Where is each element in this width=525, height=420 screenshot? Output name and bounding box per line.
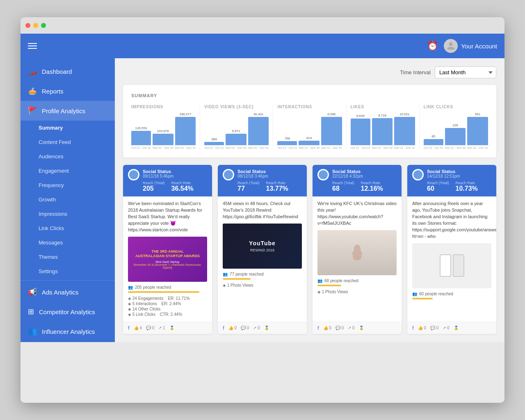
sidebar-item-influencer-analytics[interactable]: 👥 Influencer Analytics — [21, 322, 115, 341]
bar-value: 561 — [475, 112, 480, 116]
medal-stat: 🏅 — [264, 326, 269, 330]
sidebar-sub-growth[interactable]: Growth — [21, 192, 115, 207]
reports-icon: 🥧 — [28, 87, 37, 96]
summary-card: SUMMARY IMPRESSIONS 126,553 Oct 01 - Oct… — [123, 85, 496, 158]
sidebar-item-competitor-analytics[interactable]: ⊞ Competitor Analytics — [21, 302, 115, 322]
post-date: 08/12/18 3:46pm — [237, 174, 302, 178]
post-card-header: Social Status 14/12/18 12:51pm Reach (To… — [407, 165, 496, 196]
bar-wrapper: 814 Nov 01 - Nov 30 — [299, 112, 320, 149]
bar-wrapper: 9,971 Nov 01 - Nov 30 — [226, 112, 247, 149]
sidebar-sub-themes[interactable]: Themes — [21, 250, 115, 264]
rate-label: Reach Rate — [361, 181, 383, 185]
sidebar-item-label: Competitor Analytics — [39, 308, 95, 315]
shares-stat: ↗ 0 — [443, 326, 449, 330]
sidebar-sub-settings[interactable]: Settings — [21, 264, 115, 278]
rewind-label: YouTube — [249, 240, 276, 247]
post-header-info: Social Status 08/12/18 3:46pm Reach (Tot… — [237, 169, 302, 192]
bar-date: Oct 01 - Oct 31 — [131, 146, 151, 149]
reach-value: 68 — [332, 185, 354, 192]
bar-date: Oct 01 - Oct 31 — [278, 146, 297, 149]
bar-wrapper: 336,077 Dec 01 - Dec 31 — [175, 112, 196, 149]
bar-wrapper: 9,718 Nov 01 - Nov 30 — [372, 112, 393, 149]
post-detail-value: ER: 2.44% — [162, 301, 181, 306]
sidebar-sub-link-clicks[interactable]: Link Clicks — [21, 221, 115, 235]
reached-bar — [223, 278, 251, 280]
people-count: 68 people reached — [324, 278, 358, 283]
bar-chart: 126,553 Oct 01 - Oct 31 103,676 Nov 01 -… — [131, 112, 196, 149]
maximize-dot[interactable] — [41, 23, 46, 28]
sidebar-sub-summary[interactable]: Summary — [21, 121, 115, 135]
sidebar-item-ads-analytics[interactable]: 📢 Ads Analytics — [21, 282, 115, 302]
avatar-inner — [319, 170, 328, 179]
post-stats: Reach (Total) 60 Reach Rate 10.73% — [427, 181, 491, 192]
bar-chart: 9,628 Oct 01 - Oct 31 9,718 Nov 01 - Nov… — [351, 112, 415, 149]
chart-group-interactions: INTERACTIONS 768 Oct 01 - Oct 31 814 Nov… — [273, 105, 346, 149]
startup-title: THE 3RD ANNUALAUSTRALASIAN STARTUP AWARD… — [135, 249, 200, 259]
post-card-header: Social Status 09/11/18 5:46pm Reach (Tot… — [123, 165, 212, 196]
bar — [175, 117, 196, 145]
alarm-icon[interactable]: ⏰ — [427, 41, 438, 51]
bar-wrapper: 989 Oct 01 - Oct 31 — [204, 112, 224, 149]
bar-value: 768 — [285, 137, 290, 140]
bar — [277, 141, 297, 145]
reach-label: Reach (Total) — [237, 181, 260, 185]
titlebar — [21, 17, 504, 34]
time-interval-label: Time Interval — [400, 69, 431, 75]
sidebar-sub-audiences[interactable]: Audiences — [21, 149, 115, 164]
post-text: 45M views in 48 hours. Check out YouTube… — [223, 201, 302, 220]
post-detail: ◈ 5 Interactions ER: 2.44% — [128, 301, 207, 306]
bar-date: Dec 01 - Dec 31 — [248, 146, 269, 149]
time-interval-select[interactable]: Last Month Last Week Last 3 Months Last … — [435, 66, 496, 78]
sidebar-item-dashboard[interactable]: 🏎️ Dashboard — [21, 62, 115, 81]
phone-mock-1 — [440, 254, 451, 277]
facebook-icon: f — [128, 325, 130, 331]
bar-date: Nov 01 - Nov 30 — [445, 146, 466, 149]
sidebar-sub-engagement[interactable]: Engagement — [21, 164, 115, 178]
people-reached: 👥 77 people reached — [223, 272, 302, 276]
bar — [204, 142, 224, 145]
post-footer: f 👍 0 💬 0 ↗ 0 🏅 — [407, 322, 496, 334]
sidebar-sub-messages[interactable]: Messages — [21, 235, 115, 250]
post-date: 22/12/18 4:32pm — [332, 174, 397, 178]
close-dot[interactable] — [25, 23, 30, 28]
avatar — [444, 39, 458, 53]
reached-bar — [412, 298, 433, 299]
user-area[interactable]: Your Account — [444, 39, 497, 53]
chart-label: LINK CLICKS — [424, 105, 488, 109]
post-detail: ◈ 14 Other Clicks — [128, 307, 207, 311]
sidebar-sub-frequency[interactable]: Frequency — [21, 178, 115, 192]
rate-value: 36.54% — [171, 185, 194, 192]
post-avatar — [412, 169, 424, 180]
content-area: Time Interval Last Month Last Week Last … — [115, 58, 504, 342]
bar-value: 85 — [431, 135, 435, 138]
user-icon — [446, 41, 455, 50]
post-stat-rate: Reach Rate 13.77% — [266, 181, 288, 192]
startup-date: November 30 & December 1 | Randwick Race… — [130, 263, 205, 269]
post-header-info: Social Status 14/12/18 12:51pm Reach (To… — [427, 169, 491, 192]
sidebar-sub-content-feed[interactable]: Content Feed — [21, 135, 115, 149]
sidebar-item-reports[interactable]: 🥧 Reports — [21, 81, 115, 101]
chart-group-link-clicks: LINK CLICKS 85 Oct 01 - Oct 31 229 Nov 0… — [420, 105, 488, 149]
sidebar-item-profile-analytics[interactable]: 🚩 Profile Analytics — [21, 101, 115, 121]
phone-mock-2 — [453, 254, 464, 277]
startup-image: THE 3RD ANNUALAUSTRALASIAN STARTUP AWARD… — [128, 237, 207, 282]
minimize-dot[interactable] — [33, 23, 38, 28]
post-stat-rate: Reach Rate 12.16% — [361, 181, 383, 192]
post-card-header: Social Status 22/12/18 4:32pm Reach (Tot… — [313, 165, 402, 196]
sidebar-sub-impressions[interactable]: Impressions — [21, 207, 115, 221]
post-stat-reach: Reach (Total) 77 — [237, 181, 260, 192]
hamburger-menu[interactable] — [28, 43, 37, 49]
bar — [226, 134, 247, 145]
reach-label: Reach (Total) — [143, 181, 165, 185]
profile-analytics-icon: 🚩 — [28, 106, 37, 115]
medal-stat: 🏅 — [169, 326, 174, 330]
reach-value: 60 — [427, 185, 449, 192]
reach-value: 77 — [237, 185, 260, 192]
post-card-header: Social Status 08/12/18 3:46pm Reach (Tot… — [218, 165, 307, 196]
bar-wrapper: 561 Dec 01 - Dec 31 — [467, 112, 488, 149]
rate-label: Reach Rate — [171, 181, 194, 185]
reach-label: Reach (Total) — [427, 181, 449, 185]
bird-icon — [349, 242, 365, 263]
bar-date: Oct 01 - Oct 31 — [351, 146, 370, 149]
post-detail-value: CTR: 2.44% — [160, 312, 182, 317]
